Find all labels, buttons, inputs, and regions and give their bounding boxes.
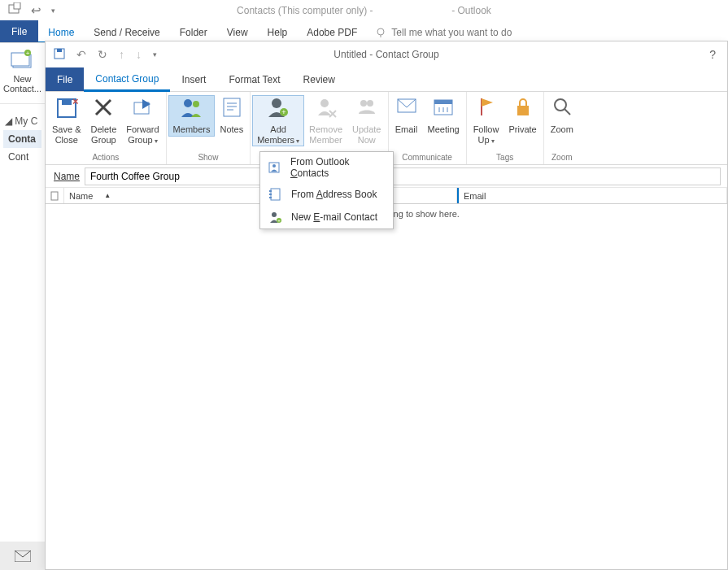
outlook-tab-file[interactable]: File <box>0 20 38 43</box>
svg-rect-44 <box>271 189 280 200</box>
followup-button[interactable]: FollowUp▾ <box>469 95 504 146</box>
col-email[interactable]: Email <box>457 188 727 203</box>
save-close-icon: × <box>54 97 79 123</box>
remove-member-button: RemoveMember <box>304 95 347 146</box>
private-button[interactable]: Private <box>503 95 541 137</box>
svg-point-2 <box>377 28 384 35</box>
address-book-icon <box>268 187 283 202</box>
qat-customize-icon[interactable]: ▾ <box>51 7 55 15</box>
svg-text:×: × <box>72 96 79 107</box>
svg-rect-47 <box>269 197 272 198</box>
nav-item-contacts-1[interactable]: Conta <box>3 130 41 148</box>
forward-icon <box>131 97 154 123</box>
outlook-contacts-icon <box>268 160 282 175</box>
new-contact-group-button[interactable]: + New Contact... <box>0 43 45 100</box>
svg-point-26 <box>320 99 329 107</box>
svg-point-39 <box>555 99 566 111</box>
outlook-quick-access-toolbar: ↩ ▾ Contacts (This computer only) - - Ou… <box>0 0 728 20</box>
svg-point-43 <box>272 164 276 168</box>
email-button[interactable]: Email <box>390 95 423 137</box>
cg-tabs: File Contact Group Insert Format Text Re… <box>46 67 727 92</box>
member-list-body: We didn't find anything to show here. <box>46 204 727 570</box>
svg-text:+: + <box>277 218 281 223</box>
lock-icon <box>514 97 532 123</box>
flag-icon <box>477 97 496 123</box>
email-icon <box>395 97 418 123</box>
update-icon <box>355 97 378 123</box>
up-icon[interactable]: ↑ <box>119 48 124 61</box>
svg-text:+: + <box>25 50 29 57</box>
ribbon-group-communicate-label: Communicate <box>389 151 466 164</box>
add-members-button[interactable]: + AddMembers▾ <box>252 95 304 146</box>
members-icon <box>180 97 204 123</box>
help-icon[interactable]: ? <box>709 48 716 61</box>
forward-group-button[interactable]: ForwardGroup▾ <box>121 95 163 146</box>
save-icon[interactable] <box>54 48 65 62</box>
svg-point-30 <box>367 100 373 107</box>
svg-point-48 <box>272 212 277 217</box>
ribbon-group-actions-label: Actions <box>46 151 166 164</box>
nav-item-contacts-2[interactable]: Cont <box>3 148 41 166</box>
menu-from-outlook-contacts[interactable]: From Outlook Contacts <box>260 152 393 183</box>
save-close-button[interactable]: × Save &Close <box>47 95 85 146</box>
add-members-dropdown: From Outlook Contacts From Address Book … <box>259 151 394 229</box>
outlook-tabs: File Home Send / Receive Folder View Hel… <box>0 20 728 43</box>
contact-group-window: ↶ ↻ ↑ ↓ ▾ Untitled - Contact Group ? Fil… <box>45 41 728 570</box>
svg-rect-46 <box>269 194 272 195</box>
svg-point-17 <box>184 99 192 107</box>
menu-from-address-book[interactable]: From Address Book <box>260 183 393 206</box>
qat-undo-icon[interactable]: ↩ <box>31 3 41 18</box>
svg-rect-12 <box>62 99 72 105</box>
mail-rail-icon[interactable] <box>0 542 45 570</box>
notes-icon <box>221 97 242 123</box>
cg-tab-file[interactable]: File <box>46 67 84 91</box>
remove-member-icon <box>315 97 338 123</box>
name-label: Name <box>46 171 85 182</box>
meeting-icon <box>432 97 455 123</box>
cg-tab-format[interactable]: Format Text <box>217 67 291 91</box>
update-now-button: UpdateNow <box>347 95 386 146</box>
col-icon[interactable] <box>46 188 64 203</box>
notes-button[interactable]: Notes <box>215 95 248 137</box>
meeting-button[interactable]: Meeting <box>423 95 464 137</box>
outlook-window-title: Contacts (This computer only) - - Outloo… <box>0 5 728 16</box>
delete-group-button[interactable]: DeleteGroup <box>85 95 121 146</box>
undo-icon[interactable]: ↶ <box>76 48 86 61</box>
down-icon[interactable]: ↓ <box>136 48 142 61</box>
zoom-icon <box>551 97 573 123</box>
ribbon-group-tags-label: Tags <box>467 151 543 164</box>
qat-new-icon[interactable] <box>8 2 21 19</box>
redo-icon[interactable]: ↻ <box>98 48 107 61</box>
svg-line-40 <box>565 109 570 115</box>
svg-text:+: + <box>281 108 286 116</box>
ribbon-group-zoom-label: Zoom <box>544 151 580 164</box>
svg-rect-33 <box>434 100 452 104</box>
customize-qat-icon[interactable]: ▾ <box>153 50 157 59</box>
zoom-button[interactable]: Zoom <box>546 95 578 137</box>
menu-new-email-contact[interactable]: + New E-mail Contact <box>260 206 393 228</box>
cg-tab-contactgroup[interactable]: Contact Group <box>84 67 170 92</box>
svg-rect-1 <box>14 2 20 9</box>
lightbulb-icon <box>375 27 386 38</box>
outlook-left-panel: + New Contact... ◢ My C Conta Cont <box>0 43 45 570</box>
nav-section-header[interactable]: ◢ My C <box>3 112 41 130</box>
cg-tab-review[interactable]: Review <box>292 67 347 91</box>
group-name-input[interactable] <box>85 168 721 185</box>
svg-point-29 <box>360 100 367 107</box>
svg-point-23 <box>272 98 281 108</box>
svg-rect-41 <box>51 192 58 200</box>
ribbon-group-show-label: Show <box>167 151 251 164</box>
svg-rect-10 <box>57 49 62 52</box>
svg-rect-45 <box>269 190 272 192</box>
members-button[interactable]: Members <box>168 95 216 137</box>
svg-rect-19 <box>224 98 240 116</box>
new-email-contact-icon: + <box>268 210 283 224</box>
cg-tab-insert[interactable]: Insert <box>170 67 217 91</box>
svg-point-18 <box>193 101 199 107</box>
add-members-icon: + <box>266 97 290 123</box>
delete-icon <box>92 97 115 123</box>
cg-quick-access-toolbar: ↶ ↻ ↑ ↓ ▾ Untitled - Contact Group ? <box>46 41 727 67</box>
svg-rect-38 <box>517 106 529 115</box>
